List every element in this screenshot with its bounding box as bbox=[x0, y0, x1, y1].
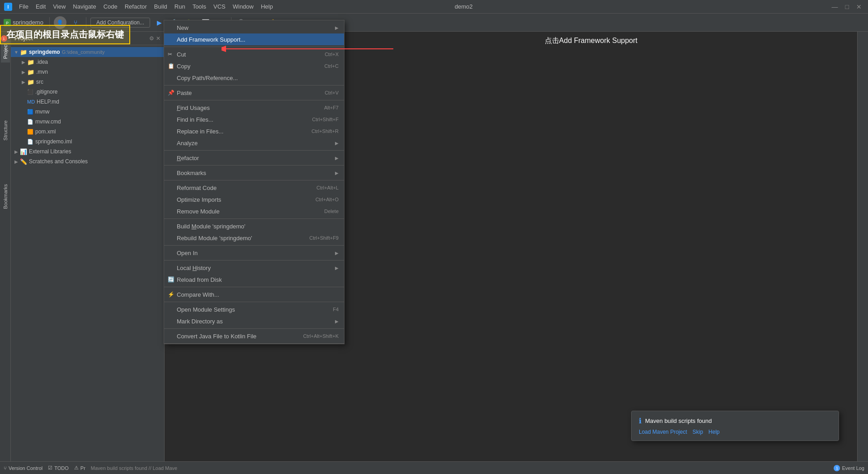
help-link[interactable]: Help bbox=[708, 429, 720, 435]
menu-tools[interactable]: Tools bbox=[189, 1, 210, 12]
tree-sublabel-springdemo: G:\idea_community bbox=[62, 49, 105, 55]
project-panel: Project ⚙ ✕ ▼ 📁 springdemo G:\idea_commu… bbox=[11, 32, 165, 461]
tree-item-external-libraries[interactable]: ▶ 📊 External Libraries bbox=[11, 147, 164, 156]
tree-item-src[interactable]: ▶ 📁 src bbox=[11, 77, 164, 87]
menu-item-copy[interactable]: 📋 Copy Ctrl+C bbox=[164, 60, 344, 72]
load-maven-project-link[interactable]: Load Maven Project bbox=[639, 429, 687, 435]
chinese-annotation: 在项目的根目录点击鼠标右键 bbox=[0, 25, 130, 44]
todo-icon: ☑ bbox=[48, 465, 52, 471]
version-control-button[interactable]: ⑂ Version Control bbox=[4, 465, 42, 471]
tree-label-gitignore: .gitignore bbox=[35, 89, 57, 95]
tree-item-springdemo-iml[interactable]: 📄 springdemo.iml bbox=[11, 137, 164, 147]
menu-item-replace-in-files[interactable]: Replace in Files... Ctrl+Shift+R bbox=[164, 125, 344, 137]
tree-label-springdemo: springdemo bbox=[29, 49, 60, 55]
status-message: Maven build scripts found // Load Mave bbox=[91, 465, 829, 471]
tree-label-help-md: HELP.md bbox=[37, 99, 59, 105]
menu-item-new[interactable]: New ▶ bbox=[164, 22, 344, 33]
menu-item-paste[interactable]: 📌 Paste Ctrl+V bbox=[164, 87, 344, 99]
tree-item-springdemo[interactable]: ▼ 📁 springdemo G:\idea_community bbox=[11, 47, 164, 57]
submenu-arrow-refactor: ▶ bbox=[335, 156, 339, 161]
menu-item-analyze[interactable]: Analyze ▶ bbox=[164, 137, 344, 149]
menu-item-bookmarks[interactable]: Bookmarks ▶ bbox=[164, 167, 344, 179]
tree-toggle-mvn[interactable]: ▶ bbox=[20, 68, 27, 76]
tree-label-src: src bbox=[36, 79, 43, 85]
version-control-icon: ⑂ bbox=[4, 465, 7, 471]
tree-item-help-md[interactable]: MD HELP.md bbox=[11, 97, 164, 107]
submenu-arrow-open-in: ▶ bbox=[335, 251, 339, 256]
tree-toggle-src[interactable]: ▶ bbox=[20, 78, 27, 85]
context-menu-section-8: Build Module 'springdemo' Rebuild Module… bbox=[164, 219, 344, 246]
sidebar-item-bookmarks[interactable]: Bookmarks bbox=[1, 180, 10, 213]
menu-edit[interactable]: Edit bbox=[32, 1, 49, 12]
context-menu-section-7: Reformat Code Ctrl+Alt+L Optimize Import… bbox=[164, 180, 344, 219]
menu-view[interactable]: View bbox=[49, 1, 69, 12]
panel-close-icon[interactable]: ✕ bbox=[156, 35, 160, 42]
tree-label-springdemo-iml: springdemo.iml bbox=[35, 138, 72, 145]
menu-item-build-module[interactable]: Build Module 'springdemo' bbox=[164, 220, 344, 232]
menu-item-local-history[interactable]: Local History ▶ bbox=[164, 262, 344, 274]
menu-item-reformat-code[interactable]: Reformat Code Ctrl+Alt+L bbox=[164, 182, 344, 194]
submenu-arrow-local-history: ▶ bbox=[335, 265, 339, 270]
menu-build[interactable]: Build bbox=[151, 1, 171, 12]
cut-icon: ✂ bbox=[168, 51, 172, 57]
tree-item-mvnw[interactable]: 🟦 mvnw bbox=[11, 107, 164, 117]
tree-item-mvn[interactable]: ▶ 📁 .mvn bbox=[11, 67, 164, 77]
maximize-button[interactable]: □ bbox=[843, 3, 852, 10]
toolbar: P springdemo 👤 ⑂ Add Configuration... ▶ … bbox=[0, 14, 868, 32]
menu-item-remove-module[interactable]: Remove Module Delete bbox=[164, 205, 344, 217]
menu-help[interactable]: Help bbox=[257, 1, 277, 12]
menu-item-copy-path[interactable]: Copy Path/Reference... bbox=[164, 72, 344, 84]
menu-item-reload-from-disk[interactable]: 🔄 Reload from Disk bbox=[164, 274, 344, 285]
menu-run[interactable]: Run bbox=[171, 1, 189, 12]
context-menu-section-3: 📌 Paste Ctrl+V bbox=[164, 85, 344, 100]
menu-code[interactable]: Code bbox=[100, 1, 121, 12]
menu-vcs[interactable]: VCS bbox=[210, 1, 229, 12]
menu-item-add-framework-support[interactable]: Add Framework Support... bbox=[164, 33, 344, 45]
tree-toggle-external[interactable]: ▶ bbox=[13, 148, 20, 155]
menu-refactor[interactable]: Refactor bbox=[121, 1, 151, 12]
menu-window[interactable]: Window bbox=[229, 1, 257, 12]
tree-item-gitignore[interactable]: ⬛ .gitignore bbox=[11, 87, 164, 97]
menu-item-find-in-files[interactable]: Find in Files... Ctrl+Shift+F bbox=[164, 114, 344, 125]
menu-item-convert-java[interactable]: Convert Java File to Kotlin File Ctrl+Al… bbox=[164, 330, 344, 342]
menu-item-find-usages[interactable]: Find Usages Alt+F7 bbox=[164, 102, 344, 114]
event-log-badge: 1 bbox=[834, 465, 840, 471]
problems-button[interactable]: ⚠ Pr bbox=[74, 465, 85, 471]
close-button[interactable]: ✕ bbox=[854, 3, 864, 10]
tree-toggle-springdemo[interactable]: ▼ bbox=[13, 48, 20, 56]
notification-header: ℹ Maven build scripts found bbox=[639, 417, 831, 425]
menu-file[interactable]: File bbox=[15, 1, 32, 12]
notification-actions: Load Maven Project Skip Help bbox=[639, 429, 831, 435]
tree-item-mvnw-cmd[interactable]: 📄 mvnw.cmd bbox=[11, 117, 164, 127]
tree-toggle-scratches[interactable]: ▶ bbox=[13, 158, 20, 165]
sidebar-item-structure[interactable]: Structure bbox=[1, 117, 10, 144]
tree-item-idea[interactable]: ▶ 📁 .idea bbox=[11, 57, 164, 67]
minimize-button[interactable]: — bbox=[829, 3, 841, 10]
menu-navigate[interactable]: Navigate bbox=[69, 1, 99, 12]
menu-item-mark-directory-as[interactable]: Mark Directory as ▶ bbox=[164, 315, 344, 327]
todo-button[interactable]: ☑ TODO bbox=[48, 465, 69, 471]
left-sidebar-tabs: 1 Project Structure Bookmarks bbox=[0, 32, 11, 461]
event-log-button[interactable]: 1 Event Log bbox=[834, 465, 864, 471]
menu-item-open-in[interactable]: Open In ▶ bbox=[164, 247, 344, 259]
menu-item-rebuild-module[interactable]: Rebuild Module 'springdemo' Ctrl+Shift+F… bbox=[164, 232, 344, 244]
menubar: I File Edit View Navigate Code Refactor … bbox=[0, 0, 868, 14]
context-menu-section-6: Bookmarks ▶ bbox=[164, 166, 344, 180]
tree-icon-mvn: 📁 bbox=[27, 69, 34, 76]
tree-icon-gitignore: ⬛ bbox=[27, 89, 33, 95]
tree-item-pom-xml[interactable]: 🟧 pom.xml bbox=[11, 127, 164, 137]
context-menu-section-5: Refactor ▶ bbox=[164, 151, 344, 166]
app-title: demo2 bbox=[455, 3, 473, 10]
tree-icon-external: 📊 bbox=[20, 148, 27, 155]
menu-item-refactor[interactable]: Refactor ▶ bbox=[164, 152, 344, 164]
menu-item-optimize-imports[interactable]: Optimize Imports Ctrl+Alt+O bbox=[164, 194, 344, 205]
menu-item-compare-with[interactable]: ⚡ Compare With... bbox=[164, 289, 344, 300]
right-sidebar-tabs bbox=[857, 32, 868, 461]
tree-item-scratches[interactable]: ▶ ✏️ Scratches and Consoles bbox=[11, 156, 164, 166]
panel-gear-icon[interactable]: ⚙ bbox=[149, 35, 154, 42]
tree-icon-src: 📁 bbox=[27, 79, 34, 85]
menu-item-cut[interactable]: ✂ Cut Ctrl+X bbox=[164, 48, 344, 60]
menu-item-open-module-settings[interactable]: Open Module Settings F4 bbox=[164, 303, 344, 315]
tree-toggle-idea[interactable]: ▶ bbox=[20, 58, 27, 66]
skip-link[interactable]: Skip bbox=[693, 429, 703, 435]
